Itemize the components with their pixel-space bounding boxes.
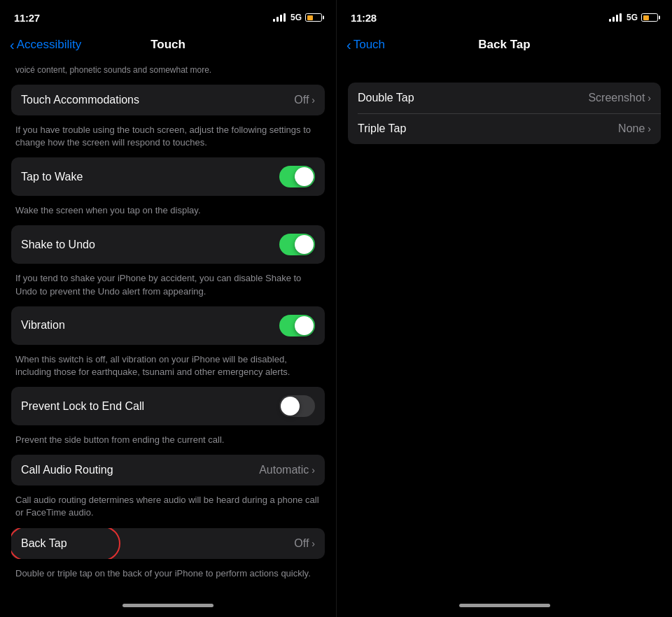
vibration-group: Vibration (11, 306, 325, 345)
right-panel: 11:28 5G ‹ Touch Back Tap (336, 0, 672, 617)
back-chevron-icon: ‹ (10, 38, 15, 52)
right-battery-icon (641, 13, 658, 22)
network-label: 5G (290, 13, 302, 22)
call-audio-routing-label: Call Audio Routing (21, 464, 259, 476)
touch-accommodations-group: Touch Accommodations Off › (11, 85, 325, 115)
right-settings-content: Double Tap Screenshot › Triple Tap None … (337, 62, 672, 593)
left-home-indicator (0, 593, 336, 617)
vibration-toggle[interactable] (279, 315, 315, 336)
back-tap-desc: Double or triple tap on the back of your… (11, 565, 325, 588)
shake-to-undo-thumb (295, 235, 314, 254)
vibration-row: Vibration (11, 306, 325, 345)
battery-icon (305, 13, 322, 22)
right-home-bar (459, 604, 550, 607)
partial-description: voicé content, phonetic sounds and somew… (11, 62, 325, 85)
shake-to-undo-desc: If you tend to shake your iPhone by acci… (11, 269, 325, 306)
shake-to-undo-group: Shake to Undo (11, 225, 325, 264)
shake-to-undo-row: Shake to Undo (11, 225, 325, 264)
right-network-label: 5G (626, 13, 638, 22)
triple-tap-value: None (618, 122, 645, 135)
left-status-bar: 11:27 5G (0, 0, 336, 31)
back-tap-row[interactable]: Back Tap Off › (11, 528, 325, 559)
double-tap-chevron-icon: › (648, 92, 651, 104)
touch-accommodations-desc: If you have trouble using the touch scre… (11, 121, 325, 157)
left-time: 11:27 (14, 12, 40, 24)
call-audio-routing-group: Call Audio Routing Automatic › (11, 455, 325, 485)
back-tap-options-group: Double Tap Screenshot › Triple Tap None … (348, 83, 661, 144)
tap-to-wake-row: Tap to Wake (11, 157, 325, 196)
tap-to-wake-label: Tap to Wake (21, 171, 279, 183)
left-back-button[interactable]: ‹ Accessibility (10, 38, 81, 52)
call-audio-routing-value: Automatic (259, 464, 309, 476)
right-status-icons: 5G (609, 13, 658, 22)
vibration-thumb (295, 316, 314, 335)
double-tap-row[interactable]: Double Tap Screenshot › (348, 83, 661, 113)
back-tap-chevron-icon: › (312, 538, 315, 549)
left-panel: 11:27 5G ‹ Accessibility Touch voicé con (0, 0, 336, 617)
right-status-bar: 11:28 5G (337, 0, 672, 31)
right-home-indicator (337, 593, 672, 617)
right-back-chevron-icon: ‹ (346, 38, 351, 52)
left-home-bar (122, 604, 214, 607)
right-time: 11:28 (351, 12, 377, 24)
left-nav-title: Touch (150, 38, 186, 52)
left-nav-bar: ‹ Accessibility Touch (0, 31, 336, 62)
triple-tap-row[interactable]: Triple Tap None › (348, 113, 661, 144)
tap-to-wake-desc: Wake the screen when you tap on the disp… (11, 201, 325, 225)
shake-to-undo-label: Shake to Undo (21, 239, 279, 251)
touch-accommodations-label: Touch Accommodations (21, 94, 294, 106)
prevent-lock-row: Prevent Lock to End Call (11, 387, 325, 425)
right-nav-title: Back Tap (478, 38, 530, 52)
call-audio-routing-row[interactable]: Call Audio Routing Automatic › (11, 455, 325, 485)
vibration-label: Vibration (21, 319, 279, 332)
double-tap-label: Double Tap (358, 92, 588, 104)
signal-icon (273, 13, 286, 22)
left-status-icons: 5G (273, 13, 322, 22)
vibration-desc: When this switch is off, all vibration o… (11, 350, 325, 387)
call-audio-routing-desc: Call audio routing determines where audi… (11, 491, 325, 527)
left-back-label: Accessibility (17, 38, 82, 52)
left-settings-content: voicé content, phonetic sounds and somew… (0, 62, 336, 593)
right-nav-bar: ‹ Touch Back Tap (337, 31, 672, 62)
right-signal-icon (609, 13, 622, 22)
right-back-button[interactable]: ‹ Touch (346, 38, 385, 52)
triple-tap-chevron-icon: › (648, 123, 651, 134)
tap-to-wake-group: Tap to Wake (11, 157, 325, 196)
call-audio-routing-chevron-icon: › (312, 464, 315, 476)
tap-to-wake-toggle[interactable] (279, 166, 315, 187)
tap-to-wake-thumb (295, 167, 314, 186)
triple-tap-label: Triple Tap (358, 122, 618, 135)
touch-accommodations-chevron-icon: › (312, 94, 315, 106)
prevent-lock-desc: Prevent the side button from ending the … (11, 431, 325, 455)
prevent-lock-group: Prevent Lock to End Call (11, 387, 325, 425)
touch-accommodations-row[interactable]: Touch Accommodations Off › (11, 85, 325, 115)
double-tap-value: Screenshot (588, 92, 645, 104)
right-back-label: Touch (354, 38, 385, 52)
prevent-lock-toggle[interactable] (279, 395, 315, 417)
back-tap-label: Back Tap (21, 537, 294, 550)
shake-to-undo-toggle[interactable] (279, 234, 315, 255)
back-tap-value: Off (294, 537, 309, 550)
touch-accommodations-value: Off (294, 94, 309, 106)
back-tap-group: Back Tap Off › (11, 528, 325, 559)
prevent-lock-thumb (281, 397, 300, 416)
prevent-lock-label: Prevent Lock to End Call (21, 400, 279, 413)
